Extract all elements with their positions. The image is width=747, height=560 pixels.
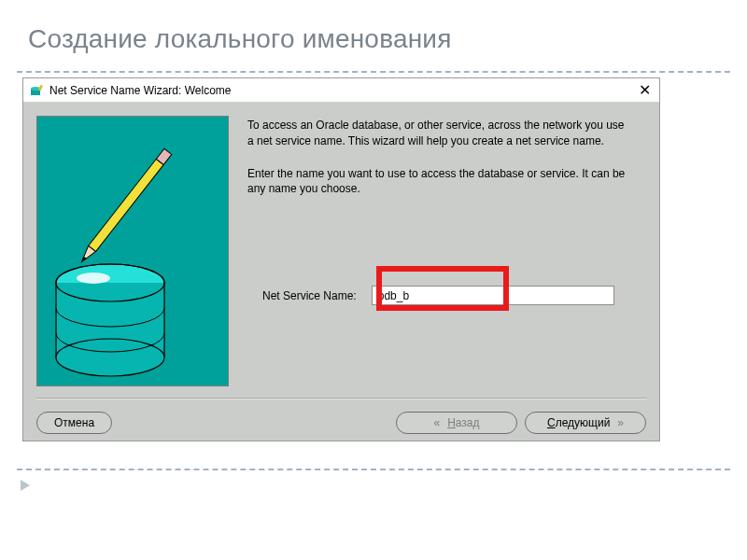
- divider-top: [17, 71, 730, 73]
- wizard-illustration: [36, 116, 229, 386]
- app-icon: [29, 83, 44, 98]
- arrow-bullet-icon: [21, 480, 30, 491]
- chevron-right-icon: »: [617, 416, 624, 429]
- cancel-button[interactable]: Отмена: [36, 412, 112, 434]
- intro-text-2: Enter the name you want to use to access…: [247, 166, 630, 198]
- next-button[interactable]: Следующий »: [525, 412, 646, 434]
- svg-point-11: [77, 273, 110, 284]
- svg-rect-3: [89, 159, 164, 251]
- back-button-label: Назад: [447, 416, 479, 429]
- cancel-button-label: Отмена: [54, 416, 94, 429]
- net-service-name-input[interactable]: [372, 286, 614, 305]
- button-separator: [36, 398, 646, 399]
- close-icon[interactable]: ✕: [635, 81, 654, 99]
- intro-text-1: To access an Oracle database, or other s…: [247, 118, 630, 149]
- titlebar: Net Service Name Wizard: Welcome ✕: [23, 78, 659, 103]
- next-button-label: Следующий: [547, 416, 610, 429]
- divider-bottom: [17, 469, 730, 470]
- svg-point-9: [56, 339, 164, 376]
- window-title: Net Service Name Wizard: Welcome: [49, 84, 232, 97]
- back-button[interactable]: « Назад: [396, 412, 517, 434]
- wizard-dialog: Net Service Name Wizard: Welcome ✕: [22, 77, 660, 441]
- chevron-left-icon: «: [433, 416, 440, 429]
- slide-heading: Создание локального именования: [28, 24, 452, 54]
- net-service-name-label: Net Service Name:: [262, 289, 357, 302]
